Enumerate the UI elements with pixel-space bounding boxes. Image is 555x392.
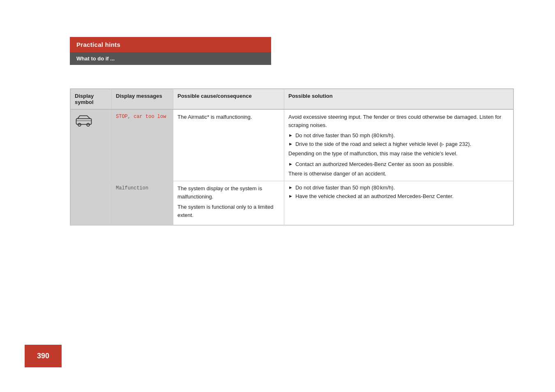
bullet-text-2: Drive to the side of the road and select… bbox=[295, 141, 471, 147]
hints-table: Display symbol Display messages Possible… bbox=[70, 89, 514, 225]
cause-cell-2: The system display or the system is malf… bbox=[173, 181, 284, 225]
col-header-symbol: Display symbol bbox=[71, 89, 112, 110]
car-too-low-icon bbox=[75, 113, 93, 128]
display-message-cell: STOP, car too low bbox=[112, 109, 173, 181]
main-table-container: Display symbol Display messages Possible… bbox=[70, 88, 514, 226]
bullet-item-3: ► Contact an authorized Mercedes-Benz Ce… bbox=[288, 161, 509, 167]
bullet-arrow-icon-3: ► bbox=[288, 161, 293, 166]
what-to-do-title: What to do if ... bbox=[76, 55, 115, 62]
bullet-text-1: Do not drive faster than 50 mph (80 km/h… bbox=[295, 132, 395, 138]
practical-hints-title: Practical hints bbox=[76, 41, 120, 48]
display-message-cell-2: Malfunction bbox=[112, 181, 173, 225]
col-header-cause: Possible cause/consequence bbox=[173, 89, 284, 110]
symbol-cell-2 bbox=[71, 181, 112, 225]
table-row-2: Malfunction The system display or the sy… bbox=[71, 181, 514, 225]
bullet-text-4: Do not drive faster than 50 mph (80 km/h… bbox=[295, 184, 395, 191]
page-number-box: 390 bbox=[25, 345, 62, 367]
solution-text-1: Avoid excessive steering input. The fend… bbox=[288, 113, 509, 129]
bullet-arrow-icon-2: ► bbox=[288, 141, 293, 146]
bullet-arrow-icon-5: ► bbox=[288, 194, 293, 198]
bullet-item-4: ► Do not drive faster than 50 mph (80 km… bbox=[288, 184, 509, 191]
bullet-item-5: ► Have the vehicle checked at an authori… bbox=[288, 193, 509, 199]
solution-cell-2: ► Do not drive faster than 50 mph (80 km… bbox=[284, 181, 514, 225]
table-row-1: STOP, car too low The Airmatic* is malfu… bbox=[71, 109, 514, 181]
bullet-text-5: Have the vehicle checked at an authorize… bbox=[295, 193, 454, 199]
solution-cell-1: Avoid excessive steering input. The fend… bbox=[284, 109, 514, 181]
solution-text-2: Depending on the type of malfunction, th… bbox=[288, 150, 509, 158]
bullet-item-1: ► Do not drive faster than 50 mph (80 km… bbox=[288, 132, 509, 138]
col-header-solution: Possible solution bbox=[284, 89, 514, 110]
bullet-text-3: Contact an authorized Mercedes-Benz Cent… bbox=[295, 161, 454, 167]
bullet-arrow-icon-4: ► bbox=[288, 185, 293, 190]
cause-text-2a: The system display or the system is malf… bbox=[177, 184, 280, 201]
page-number: 390 bbox=[37, 352, 49, 360]
practical-hints-bar: Practical hints bbox=[70, 37, 271, 52]
bullet-arrow-icon: ► bbox=[288, 133, 293, 138]
cause-cell-1: The Airmatic* is malfunctioning. bbox=[173, 109, 284, 181]
table-header-row: Display symbol Display messages Possible… bbox=[71, 89, 514, 110]
symbol-cell bbox=[71, 109, 112, 181]
solution-text-3: There is otherwise danger of an accident… bbox=[288, 170, 509, 178]
bullet-item-2: ► Drive to the side of the road and sele… bbox=[288, 141, 509, 147]
cause-text-1: The Airmatic* is malfunctioning. bbox=[177, 113, 280, 121]
col-header-messages: Display messages bbox=[112, 89, 173, 110]
header-section: Practical hints What to do if ... bbox=[70, 37, 271, 65]
malfunction-text: Malfunction bbox=[116, 185, 148, 191]
cause-text-2b: The system is functional only to a limit… bbox=[177, 203, 280, 219]
display-code-text: STOP, car too low bbox=[116, 114, 166, 120]
what-to-do-bar: What to do if ... bbox=[70, 52, 271, 65]
